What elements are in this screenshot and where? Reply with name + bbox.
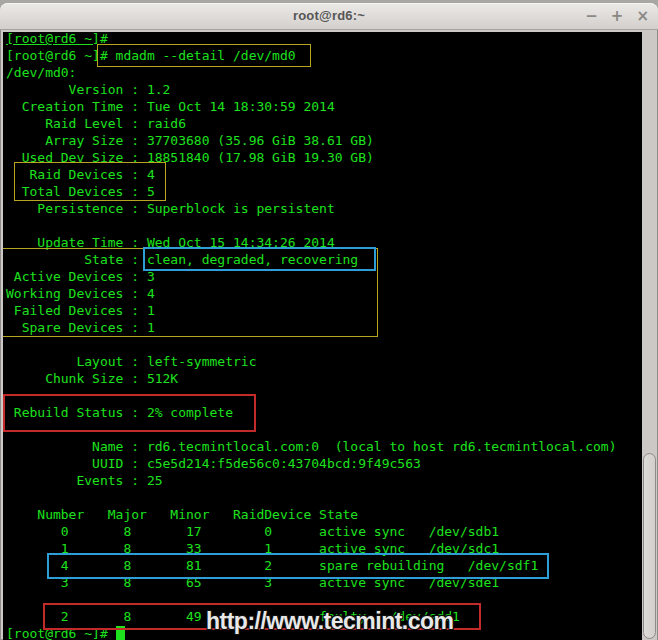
terminal-line: State : clean, degraded, recovering bbox=[6, 251, 642, 268]
terminal-line: [root@rd6 ~]# bbox=[6, 32, 642, 47]
terminal-table-row: 0 8 17 0 active sync /dev/sdb1 bbox=[6, 523, 642, 540]
terminal-cursor bbox=[116, 626, 125, 640]
terminal-output: [root@rd6 ~]# [root@rd6 ~]# mdadm --deta… bbox=[6, 32, 642, 640]
terminal-line: Persistence : Superblock is persistent bbox=[6, 200, 642, 217]
maximize-icon[interactable]: + bbox=[611, 9, 624, 24]
scrollbar-track[interactable] bbox=[642, 32, 657, 640]
terminal-line bbox=[6, 421, 642, 438]
terminal-line bbox=[6, 217, 642, 234]
terminal-line bbox=[6, 387, 642, 404]
terminal-window: root@rd6:~ − + × [root@rd6 ~]# [root@rd6… bbox=[0, 3, 658, 640]
terminal-line: Failed Devices : 1 bbox=[6, 302, 642, 319]
scrollbar-thumb[interactable] bbox=[643, 453, 656, 639]
terminal-line: Used Dev Size : 18851840 (17.98 GiB 19.3… bbox=[6, 149, 642, 166]
terminal-line bbox=[6, 591, 642, 608]
terminal-line: Raid Devices : 4 bbox=[6, 166, 642, 183]
title-bar[interactable]: root@rd6:~ − + × bbox=[0, 3, 658, 30]
prompt-text: [root@rd6 ~]# bbox=[6, 626, 116, 640]
terminal-table-row: 1 8 33 1 active sync /dev/sdc1 bbox=[6, 540, 642, 557]
terminal-table-row: 3 8 65 3 active sync /dev/sde1 bbox=[6, 574, 642, 591]
terminal-line: Working Devices : 4 bbox=[6, 285, 642, 302]
terminal-line: Chunk Size : 512K bbox=[6, 370, 642, 387]
terminal-table-header: Number Major Minor RaidDevice State bbox=[6, 506, 642, 523]
terminal-line bbox=[6, 489, 642, 506]
tecmint-watermark: http://www.tecmint.com bbox=[206, 608, 454, 635]
terminal-table-row: 4 8 81 2 spare rebuilding /dev/sdf1 bbox=[6, 557, 642, 574]
terminal-line: Creation Time : Tue Oct 14 18:30:59 2014 bbox=[6, 98, 642, 115]
close-icon[interactable]: × bbox=[636, 9, 649, 24]
window-controls: − + × bbox=[585, 3, 649, 29]
terminal-line: /dev/md0: bbox=[6, 64, 642, 81]
terminal-line: Rebuild Status : 2% complete bbox=[6, 404, 642, 421]
terminal-line: Raid Level : raid6 bbox=[6, 115, 642, 132]
terminal-line-command: [root@rd6 ~]# mdadm --detail /dev/md0 bbox=[6, 47, 642, 64]
window-title: root@rd6:~ bbox=[0, 3, 658, 29]
terminal-line: Version : 1.2 bbox=[6, 81, 642, 98]
terminal-line: Layout : left-symmetric bbox=[6, 353, 642, 370]
terminal-line: Active Devices : 3 bbox=[6, 268, 642, 285]
terminal-line: Update Time : Wed Oct 15 14:34:26 2014 bbox=[6, 234, 642, 251]
terminal-line: Spare Devices : 1 bbox=[6, 319, 642, 336]
terminal-line: Total Devices : 5 bbox=[6, 183, 642, 200]
terminal-line: Array Size : 37703680 (35.96 GiB 38.61 G… bbox=[6, 132, 642, 149]
terminal-screen[interactable]: [root@rd6 ~]# [root@rd6 ~]# mdadm --deta… bbox=[3, 32, 642, 640]
terminal-line bbox=[6, 336, 642, 353]
terminal-line: UUID : c5e5d214:f5de56c0:43704bcd:9f49c5… bbox=[6, 455, 642, 472]
terminal-line: Events : 25 bbox=[6, 472, 642, 489]
minimize-icon[interactable]: − bbox=[585, 9, 598, 24]
terminal-line: Name : rd6.tecmintlocal.com:0 (local to … bbox=[6, 438, 642, 455]
